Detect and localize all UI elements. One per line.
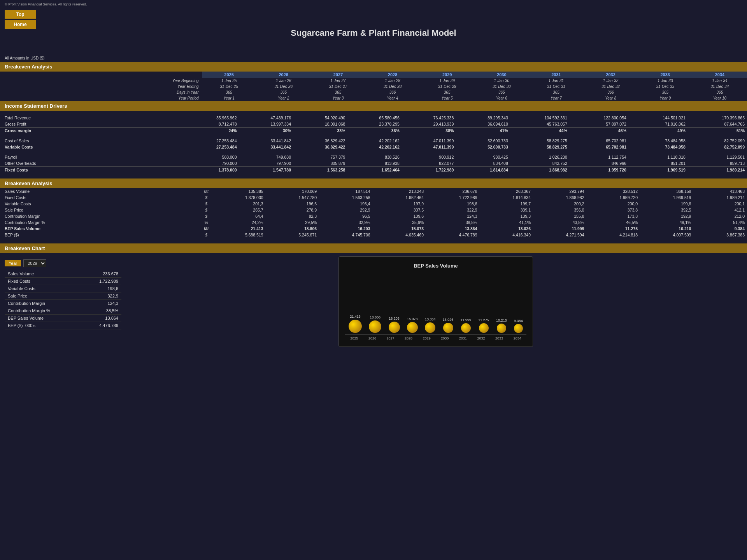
summary-sp-value: 322,9 — [81, 292, 121, 300]
bar-value-0: 21.413 — [350, 315, 361, 318]
x-label-2027: 2027 — [382, 336, 398, 340]
year-selector: Year 2025202620272028 202920302031 20322… — [5, 259, 121, 267]
variable-costs-label: Variable Costs — [0, 144, 185, 150]
bep-cm-pct-row: Contribution Margin % % 24,2%29,5%32,9%3… — [0, 219, 747, 226]
col-2028: 2028 — [365, 72, 420, 78]
bep-fixed-costs-row: Fixed Costs $ 1.378.0001.547.7801.563.25… — [0, 194, 747, 201]
bep-fc-unit: $ — [200, 194, 212, 201]
col-2031: 2031 — [529, 72, 583, 78]
summary-vc-label: Variable Costs — [5, 285, 81, 292]
summary-vc-row: Variable Costs 198,6 — [5, 285, 121, 292]
other-overheads-row: Other Overheads 790.000797.900805.879813… — [0, 160, 747, 167]
col-2025: 2025 — [202, 72, 256, 78]
cost-of-sales-row: Cost of Sales 27.253.48433.441.84236.829… — [0, 138, 747, 144]
bep-sp-unit: $ — [200, 207, 212, 213]
bar-value-2: 16.203 — [389, 317, 400, 320]
year-dropdown[interactable]: 2025202620272028 202920302031 2032203320… — [23, 259, 46, 267]
breakeven-table: Sales Volume Mt 135.385170.069187.514213… — [0, 188, 747, 243]
bar-value-6: 11.999 — [461, 318, 472, 322]
chart-bar-item-2031: 11.999 — [461, 273, 472, 333]
summary-sp-row: Sale Price 322,9 — [5, 292, 121, 300]
bep-cmpct-label: Contribution Margin % — [0, 219, 200, 226]
summary-fc-label: Fixed Costs — [5, 278, 81, 285]
bar-value-8: 10.210 — [496, 318, 507, 322]
summary-cmpct-row: Contribution Margin % 38,5% — [5, 307, 121, 315]
summary-cmpct-label: Contribution Margin % — [5, 307, 81, 315]
chart-bars: 21.41318.80616.20315.07313.86413.02611.9… — [345, 273, 526, 335]
x-label-2030: 2030 — [437, 336, 452, 340]
bep-cm-label: Contribution Margin — [0, 213, 200, 219]
x-label-2032: 2032 — [473, 336, 489, 340]
year-period-row: Year Period Year 1Year 2Year 3Year 4Year… — [0, 95, 747, 101]
chart-bar-item-2034: 9.384 — [514, 273, 523, 333]
chart-bar-item-2025: 21.413 — [349, 273, 362, 333]
col-2027: 2027 — [311, 72, 365, 78]
top-button[interactable]: Top — [5, 10, 36, 19]
x-label-2029: 2029 — [419, 336, 435, 340]
summary-cm-row: Contribution Margin 124,3 — [5, 300, 121, 307]
year-ending-row: Year Ending 31-Dec-2531-Dec-2631-Dec-273… — [0, 84, 747, 89]
breakeven-analysis-header: Breakeven Analysis — [0, 62, 747, 72]
summary-sp-label: Sale Price — [5, 292, 81, 300]
fixed-costs-row: Fixed Costs 1.378.0001.547.7801.563.2581… — [0, 167, 747, 173]
summary-stats-table: Sales Volume 236.678 Fixed Costs 1.722.9… — [5, 270, 121, 329]
chart-title: BEP Sales Volume — [345, 263, 526, 269]
chart-bar-item-2027: 16.203 — [389, 273, 400, 333]
top-bar: © Profit Vision Financial Services. All … — [0, 0, 747, 9]
x-label-2033: 2033 — [491, 336, 507, 340]
fixed-costs-label: Fixed Costs — [0, 167, 185, 173]
year-header-row: 2025 2026 2027 2028 2029 2030 2031 2032 … — [0, 72, 747, 78]
bar-bubble-0 — [349, 320, 362, 333]
gross-profit-row: Gross Profit 8.712.47813.997.33418.091.0… — [0, 121, 747, 128]
bep-contribution-margin-row: Contribution Margin $ 64,482,396,5109,61… — [0, 213, 747, 219]
summary-bepd-label: BEP ($) -000's — [5, 322, 81, 329]
chart-summary-section: Year 2025202620272028 202920302031 20322… — [5, 256, 121, 329]
bep-dollar-row: BEP ($) $ 5.688.5195.245.6714.745.7064.6… — [0, 232, 747, 238]
income-table: Total Revenue 35.965.96247.439.17654.920… — [0, 111, 747, 178]
col-2033: 2033 — [638, 72, 693, 78]
bep-cm-unit: $ — [200, 213, 212, 219]
payroll-row: Payroll 588.000749.880757.379838.526900.… — [0, 154, 747, 160]
bar-value-1: 18.806 — [370, 315, 381, 319]
x-label-2034: 2034 — [510, 336, 525, 340]
summary-sv-value: 236.678 — [81, 270, 121, 278]
bar-bubble-3 — [407, 322, 418, 333]
chart-bar-item-2032: 11.275 — [478, 273, 489, 333]
summary-sv-label: Sales Volume — [5, 270, 81, 278]
col-2032: 2032 — [584, 72, 638, 78]
col-2034: 2034 — [693, 72, 747, 78]
bar-value-4: 13.864 — [425, 317, 436, 321]
page-title: Sugarcane Farm & Plant Financial Model — [0, 24, 747, 40]
bar-bubble-7 — [479, 323, 489, 333]
col-2026: 2026 — [256, 72, 311, 78]
bep-fc-label: Fixed Costs — [0, 194, 200, 201]
bep-bep-sv-row: BEP Sales Volume Mt 21.41318.80616.20315… — [0, 226, 747, 232]
gross-margin-label: Gross margin — [0, 128, 185, 134]
cost-of-sales-label: Cost of Sales — [0, 138, 185, 144]
chart-bar-item-2026: 18.806 — [369, 273, 381, 333]
summary-fc-value: 1.722.989 — [81, 278, 121, 285]
bar-bubble-2 — [389, 322, 400, 333]
summary-fc-row: Fixed Costs 1.722.989 — [5, 278, 121, 285]
chart-bar-item-2033: 10.210 — [496, 273, 507, 333]
summary-sv-row: Sales Volume 236.678 — [5, 270, 121, 278]
col-2030: 2030 — [474, 72, 529, 78]
variable-costs-row: Variable Costs 27.253.48433.441.84236.82… — [0, 144, 747, 150]
chart-bar-item-2028: 15.073 — [407, 273, 418, 333]
bep-bepd-label: BEP ($) — [0, 232, 200, 238]
copyright: © Profit Vision Financial Services. All … — [0, 0, 747, 9]
summary-cm-value: 124,3 — [81, 300, 121, 307]
bar-bubble-1 — [369, 320, 381, 333]
gross-profit-label: Gross Profit — [0, 121, 185, 128]
bep-sale-price-row: Sale Price $ 265,7278,9292,9307,5322,9 3… — [0, 207, 747, 213]
x-label-2025: 2025 — [346, 336, 362, 340]
summary-bsv-value: 13.864 — [81, 315, 121, 322]
bep-cmpct-unit: % — [200, 219, 212, 226]
summary-bsv-row: BEP Sales Volume 13.864 — [5, 315, 121, 322]
summary-vc-value: 198,6 — [81, 285, 121, 292]
chart-bar-item-2029: 13.864 — [425, 273, 436, 333]
payroll-label: Payroll — [0, 154, 185, 160]
summary-bepd-value: 4.476.789 — [81, 322, 121, 329]
breakeven-section-header: Breakeven Analysis — [0, 178, 747, 188]
bar-value-3: 15.073 — [407, 317, 418, 321]
